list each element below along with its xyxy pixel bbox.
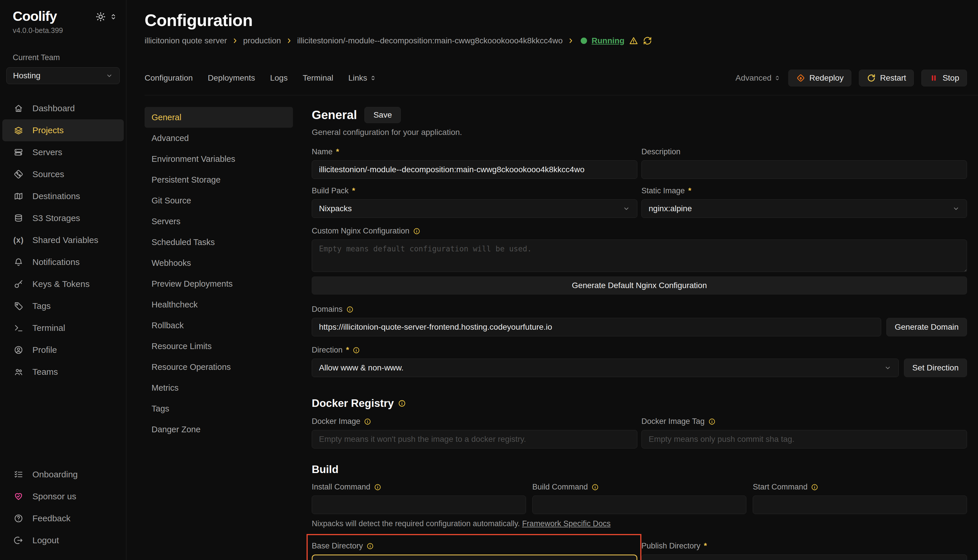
publish-directory-input[interactable] [641,555,967,560]
refresh-icon[interactable] [643,36,652,45]
general-form: General Save General configuration for y… [293,107,978,560]
sidebar-item-tags[interactable]: Tags [0,295,126,317]
sidebar-item-feedback[interactable]: Feedback [0,507,126,529]
custom-nginx-textarea[interactable] [312,240,967,272]
breadcrumb-application[interactable]: illicitestonion/-module--decomposition:m… [297,36,563,45]
subnav-item-webhooks[interactable]: Webhooks [145,253,293,273]
build-command-label: Build Command [532,483,588,492]
docker-image-tag-input[interactable] [641,430,967,448]
build-pack-select[interactable]: Nixpacks [312,199,637,218]
base-directory-input[interactable] [312,555,637,560]
sidebar-item-shared-variables[interactable]: (x) Shared Variables [0,229,126,251]
info-icon[interactable] [364,418,371,425]
subnav-item-environment-variables[interactable]: Environment Variables [145,148,293,169]
sidebar-item-s3-storages[interactable]: S3 Storages [0,207,126,229]
set-direction-button[interactable]: Set Direction [904,358,967,377]
theme-sun-icon[interactable] [95,12,106,22]
breadcrumb-project[interactable]: illicitonion quote server [145,36,227,45]
theme-chevrons-icon[interactable] [109,13,117,21]
info-icon[interactable] [398,399,406,407]
subnav-item-resource-operations[interactable]: Resource Operations [145,357,293,377]
tab-deployments[interactable]: Deployments [208,73,255,83]
team-select[interactable]: Hosting [7,67,120,84]
sidebar-item-sponsor-us[interactable]: Sponsor us [0,485,126,507]
static-image-label: Static Image [641,187,685,195]
subnav-item-preview-deployments[interactable]: Preview Deployments [145,273,293,294]
info-icon[interactable] [346,306,354,313]
subnav-item-advanced[interactable]: Advanced [145,128,293,148]
info-icon[interactable] [591,483,599,491]
subnav-item-persistent-storage[interactable]: Persistent Storage [145,169,293,190]
chevrons-up-down-icon [369,75,376,82]
subnav-item-git-source[interactable]: Git Source [145,190,293,211]
sidebar-item-label: Dashboard [32,103,75,113]
sidebar-item-profile[interactable]: Profile [0,339,126,361]
status-running-link[interactable]: Running [592,36,625,45]
checklist-icon [13,470,24,479]
subnav-item-tags[interactable]: Tags [145,398,293,419]
info-icon[interactable] [353,347,360,354]
sidebar-item-keys-tokens[interactable]: Keys & Tokens [0,273,126,295]
start-command-input[interactable] [753,495,967,514]
name-label: Name [312,147,333,156]
sidebar-item-projects[interactable]: Projects [2,119,124,141]
chevron-right-icon [286,37,293,44]
subnav-item-general[interactable]: General [145,107,293,128]
redeploy-button[interactable]: Redeploy [788,70,851,87]
restart-button[interactable]: Restart [859,70,914,87]
generate-domain-button[interactable]: Generate Domain [886,318,967,337]
tab-logs[interactable]: Logs [270,73,288,83]
sidebar-item-notifications[interactable]: Notifications [0,251,126,273]
direction-select[interactable]: Allow www & non-www. [312,358,899,377]
subnav-item-danger-zone[interactable]: Danger Zone [145,419,293,440]
docker-image-input[interactable] [312,430,637,448]
install-command-input[interactable] [312,495,526,514]
description-input[interactable] [641,160,967,179]
sidebar-footer-nav: Onboarding Sponsor us Feedback Logout [0,463,126,551]
build-command-input[interactable] [532,495,747,514]
app-logo[interactable]: Coolify [13,8,63,24]
framework-docs-link[interactable]: Framework Specific Docs [522,519,610,528]
sidebar-item-dashboard[interactable]: Dashboard [0,97,126,119]
subnav-item-metrics[interactable]: Metrics [145,377,293,398]
generate-nginx-button[interactable]: Generate Default Nginx Configuration [312,277,967,295]
warning-icon[interactable] [629,36,638,45]
tab-terminal[interactable]: Terminal [303,73,333,83]
redeploy-label: Redeploy [809,73,844,83]
advanced-dropdown[interactable]: Advanced [736,73,781,83]
info-icon[interactable] [708,418,716,425]
subnav-item-rollback[interactable]: Rollback [145,315,293,336]
tab-links-dropdown[interactable]: Links [348,73,376,83]
domains-input[interactable] [312,318,881,337]
subnav-item-healthcheck[interactable]: Healthcheck [145,294,293,315]
configuration-content: General Advanced Environment Variables P… [145,107,978,560]
tab-configuration[interactable]: Configuration [145,73,193,83]
save-button[interactable]: Save [364,107,401,123]
sidebar-item-sources[interactable]: Sources [0,163,126,185]
subnav-item-resource-limits[interactable]: Resource Limits [145,336,293,357]
sidebar-item-onboarding[interactable]: Onboarding [0,463,126,485]
stop-button[interactable]: Stop [921,70,967,87]
subnav-item-servers[interactable]: Servers [145,211,293,232]
info-icon[interactable] [366,542,374,550]
sidebar-item-label: Terminal [32,323,65,333]
stop-label: Stop [943,73,959,83]
info-icon[interactable] [413,227,420,235]
info-icon[interactable] [374,483,381,491]
sidebar-item-label: Keys & Tokens [32,279,90,289]
name-input[interactable] [312,160,637,179]
chevron-down-icon [105,72,113,80]
subnav-item-scheduled-tasks[interactable]: Scheduled Tasks [145,232,293,253]
sidebar-item-teams[interactable]: Teams [0,361,126,383]
sidebar-item-label: Projects [32,125,64,135]
sidebar-item-destinations[interactable]: Destinations [0,185,126,207]
info-icon[interactable] [811,483,818,491]
docker-registry-heading: Docker Registry [312,397,394,410]
sidebar-item-logout[interactable]: Logout [0,529,126,551]
static-image-select[interactable]: nginx:alpine [641,199,967,218]
sidebar-item-label: Shared Variables [32,235,98,245]
sidebar-item-terminal[interactable]: Terminal [0,317,126,339]
breadcrumb-environment[interactable]: production [243,36,281,45]
sidebar-item-servers[interactable]: Servers [0,141,126,163]
required-marker: * [352,187,355,195]
